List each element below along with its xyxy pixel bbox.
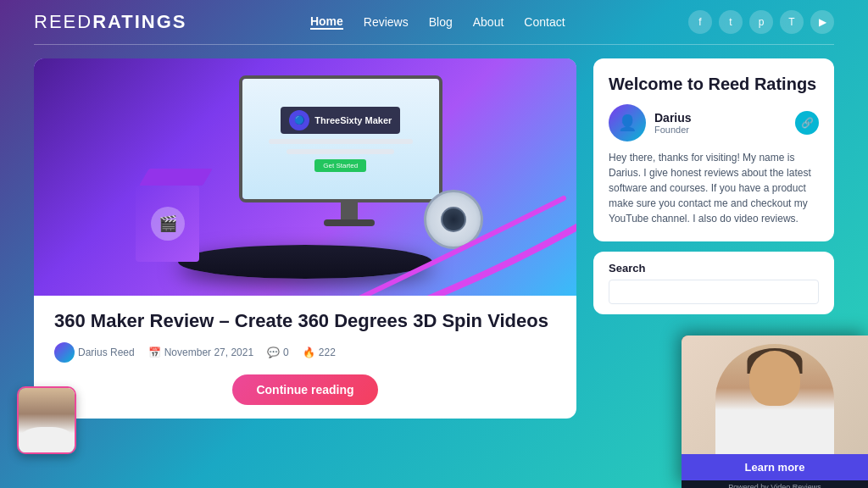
corner-avatar-image — [19, 388, 75, 452]
date-meta: 📅 November 27, 2021 — [148, 347, 253, 358]
author-avatar: 👤 — [609, 104, 646, 141]
article-meta: Darius Reed 📅 November 27, 2021 💬 0 🔥 22… — [54, 342, 556, 363]
comments-meta: 💬 0 — [267, 347, 289, 358]
search-card: Search — [593, 252, 834, 314]
article-card: 🔵 ThreeSixty Maker Get Started 🎬 — [34, 58, 576, 419]
welcome-title: Welcome to Reed Ratings — [609, 74, 819, 94]
author-social-icon[interactable]: 🔗 — [795, 111, 819, 135]
likes-count: 222 — [319, 347, 336, 358]
main-nav: Home Reviews Blog About Contact — [310, 14, 565, 30]
calendar-icon: 📅 — [148, 347, 161, 358]
facebook-icon[interactable]: f — [688, 10, 712, 34]
author-avatar-small — [54, 342, 75, 363]
tumblr-icon[interactable]: T — [780, 10, 804, 34]
article-title: 360 Maker Review – Create 360 Degrees 3D… — [54, 309, 556, 334]
welcome-card: Welcome to Reed Ratings 👤 Darius Founder… — [593, 58, 834, 241]
nav-reviews[interactable]: Reviews — [364, 15, 409, 29]
article-image: 🔵 ThreeSixty Maker Get Started 🎬 — [34, 58, 576, 296]
search-label: Search — [609, 262, 819, 274]
author-row: 👤 Darius Founder 🔗 — [609, 104, 819, 141]
video-popup: Learn more Powered by Video Reviews — [682, 336, 868, 488]
likes-meta: 🔥 222 — [303, 347, 336, 358]
search-input[interactable] — [609, 280, 819, 304]
author-name: Darius — [654, 111, 787, 125]
continue-reading-button[interactable]: Continue reading — [232, 374, 377, 405]
video-person-area — [682, 336, 868, 454]
nav-about[interactable]: About — [473, 15, 504, 29]
like-icon: 🔥 — [303, 347, 315, 358]
stage — [178, 245, 432, 279]
camera-360 — [424, 190, 483, 249]
powered-by-label: Powered by Video Reviews — [682, 480, 868, 488]
article-date: November 27, 2021 — [164, 347, 253, 358]
pinterest-icon[interactable]: p — [749, 10, 773, 34]
header-divider — [34, 44, 834, 45]
twitter-icon[interactable]: t — [719, 10, 743, 34]
monitor: 🔵 ThreeSixty Maker Get Started — [239, 75, 459, 228]
nav-contact[interactable]: Contact — [524, 15, 565, 29]
logo: ReedRatings — [34, 11, 187, 33]
learn-more-button[interactable]: Learn more — [682, 454, 868, 480]
article-content: 360 Maker Review – Create 360 Degrees 3D… — [34, 296, 576, 419]
video-figure — [715, 344, 834, 454]
author-name-meta: Darius Reed — [78, 347, 135, 358]
comment-icon: 💬 — [267, 347, 280, 358]
product-box: 🎬 — [119, 169, 203, 262]
author-meta: Darius Reed — [54, 342, 135, 363]
nav-blog[interactable]: Blog — [429, 15, 453, 29]
nav-home[interactable]: Home — [310, 14, 343, 30]
author-role: Founder — [654, 125, 787, 135]
corner-avatar — [17, 386, 76, 454]
social-icons: f t p T ▶ — [688, 10, 834, 34]
comments-count: 0 — [283, 347, 289, 358]
author-info: Darius Founder — [654, 111, 787, 135]
welcome-text: Hey there, thanks for visiting! My name … — [609, 150, 819, 226]
youtube-icon[interactable]: ▶ — [810, 10, 834, 34]
header: ReedRatings Home Reviews Blog About Cont… — [0, 0, 868, 44]
